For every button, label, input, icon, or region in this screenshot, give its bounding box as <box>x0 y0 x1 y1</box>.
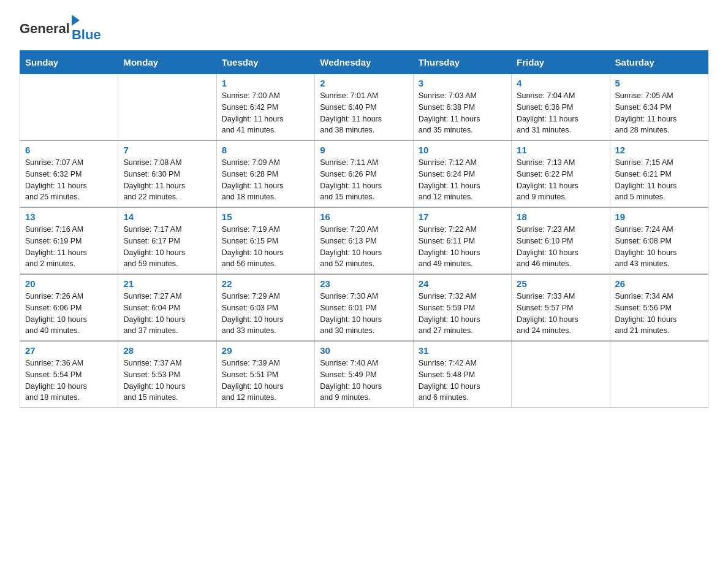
day-number: 2 <box>320 78 408 88</box>
day-info: Sunrise: 7:07 AM Sunset: 6:32 PM Dayligh… <box>25 157 113 203</box>
day-info: Sunrise: 7:00 AM Sunset: 6:42 PM Dayligh… <box>222 90 309 136</box>
day-info: Sunrise: 7:24 AM Sunset: 6:08 PM Dayligh… <box>615 224 703 270</box>
calendar-cell: 13Sunrise: 7:16 AM Sunset: 6:19 PM Dayli… <box>20 207 118 274</box>
day-info: Sunrise: 7:16 AM Sunset: 6:19 PM Dayligh… <box>25 224 113 270</box>
calendar-cell: 7Sunrise: 7:08 AM Sunset: 6:30 PM Daylig… <box>118 140 216 207</box>
calendar-week-row: 27Sunrise: 7:36 AM Sunset: 5:54 PM Dayli… <box>20 341 708 408</box>
calendar-header-wednesday: Wednesday <box>315 51 413 74</box>
day-info: Sunrise: 7:29 AM Sunset: 6:03 PM Dayligh… <box>222 291 309 337</box>
calendar-header-tuesday: Tuesday <box>216 51 314 74</box>
day-info: Sunrise: 7:11 AM Sunset: 6:26 PM Dayligh… <box>320 157 408 203</box>
calendar-week-row: 13Sunrise: 7:16 AM Sunset: 6:19 PM Dayli… <box>20 207 708 274</box>
calendar-cell: 5Sunrise: 7:05 AM Sunset: 6:34 PM Daylig… <box>610 74 708 141</box>
day-info: Sunrise: 7:20 AM Sunset: 6:13 PM Dayligh… <box>320 224 408 270</box>
calendar-cell: 19Sunrise: 7:24 AM Sunset: 6:08 PM Dayli… <box>610 207 708 274</box>
calendar-week-row: 20Sunrise: 7:26 AM Sunset: 6:06 PM Dayli… <box>20 274 708 341</box>
day-number: 27 <box>25 345 113 356</box>
calendar-cell: 16Sunrise: 7:20 AM Sunset: 6:13 PM Dayli… <box>315 207 413 274</box>
calendar-cell: 3Sunrise: 7:03 AM Sunset: 6:38 PM Daylig… <box>413 74 511 141</box>
logo-arrow-icon <box>72 15 80 26</box>
day-number: 18 <box>517 212 604 222</box>
day-number: 14 <box>123 212 211 222</box>
calendar-cell: 14Sunrise: 7:17 AM Sunset: 6:17 PM Dayli… <box>118 207 216 274</box>
day-info: Sunrise: 7:08 AM Sunset: 6:30 PM Dayligh… <box>123 157 211 203</box>
calendar-cell: 29Sunrise: 7:39 AM Sunset: 5:51 PM Dayli… <box>216 341 314 408</box>
day-info: Sunrise: 7:33 AM Sunset: 5:57 PM Dayligh… <box>517 291 604 337</box>
day-info: Sunrise: 7:23 AM Sunset: 6:10 PM Dayligh… <box>517 224 604 270</box>
day-info: Sunrise: 7:12 AM Sunset: 6:24 PM Dayligh… <box>419 157 506 203</box>
calendar-header-thursday: Thursday <box>413 51 511 74</box>
day-number: 26 <box>615 278 703 289</box>
day-info: Sunrise: 7:34 AM Sunset: 5:56 PM Dayligh… <box>615 291 703 337</box>
calendar-cell: 1Sunrise: 7:00 AM Sunset: 6:42 PM Daylig… <box>216 74 314 141</box>
logo: General Blue <box>20 15 101 43</box>
calendar-cell: 20Sunrise: 7:26 AM Sunset: 6:06 PM Dayli… <box>20 274 118 341</box>
calendar-cell <box>610 341 708 408</box>
day-number: 1 <box>222 78 309 88</box>
day-number: 11 <box>517 145 604 155</box>
day-info: Sunrise: 7:09 AM Sunset: 6:28 PM Dayligh… <box>222 157 309 203</box>
calendar-cell: 27Sunrise: 7:36 AM Sunset: 5:54 PM Dayli… <box>20 341 118 408</box>
day-info: Sunrise: 7:42 AM Sunset: 5:48 PM Dayligh… <box>419 358 506 404</box>
day-info: Sunrise: 7:36 AM Sunset: 5:54 PM Dayligh… <box>25 358 113 404</box>
calendar-cell: 24Sunrise: 7:32 AM Sunset: 5:59 PM Dayli… <box>413 274 511 341</box>
day-number: 23 <box>320 278 408 289</box>
day-number: 10 <box>419 145 506 155</box>
calendar-cell: 25Sunrise: 7:33 AM Sunset: 5:57 PM Dayli… <box>512 274 610 341</box>
day-info: Sunrise: 7:15 AM Sunset: 6:21 PM Dayligh… <box>615 157 703 203</box>
day-number: 7 <box>123 145 211 155</box>
logo-general-text: General <box>20 21 70 37</box>
calendar-table: SundayMondayTuesdayWednesdayThursdayFrid… <box>20 50 708 408</box>
day-number: 24 <box>419 278 506 289</box>
calendar-cell: 21Sunrise: 7:27 AM Sunset: 6:04 PM Dayli… <box>118 274 216 341</box>
day-info: Sunrise: 7:39 AM Sunset: 5:51 PM Dayligh… <box>222 358 309 404</box>
day-info: Sunrise: 7:04 AM Sunset: 6:36 PM Dayligh… <box>517 90 604 136</box>
day-number: 5 <box>615 78 703 88</box>
day-info: Sunrise: 7:37 AM Sunset: 5:53 PM Dayligh… <box>123 358 211 404</box>
day-number: 22 <box>222 278 309 289</box>
day-info: Sunrise: 7:27 AM Sunset: 6:04 PM Dayligh… <box>123 291 211 337</box>
day-number: 30 <box>320 345 408 356</box>
calendar-cell: 6Sunrise: 7:07 AM Sunset: 6:32 PM Daylig… <box>20 140 118 207</box>
day-info: Sunrise: 7:05 AM Sunset: 6:34 PM Dayligh… <box>615 90 703 136</box>
calendar-cell: 15Sunrise: 7:19 AM Sunset: 6:15 PM Dayli… <box>216 207 314 274</box>
calendar-cell: 17Sunrise: 7:22 AM Sunset: 6:11 PM Dayli… <box>413 207 511 274</box>
day-info: Sunrise: 7:30 AM Sunset: 6:01 PM Dayligh… <box>320 291 408 337</box>
calendar-header-friday: Friday <box>512 51 610 74</box>
day-number: 17 <box>419 212 506 222</box>
day-number: 9 <box>320 145 408 155</box>
day-number: 25 <box>517 278 604 289</box>
day-info: Sunrise: 7:03 AM Sunset: 6:38 PM Dayligh… <box>419 90 506 136</box>
day-info: Sunrise: 7:32 AM Sunset: 5:59 PM Dayligh… <box>419 291 506 337</box>
calendar-header-monday: Monday <box>118 51 216 74</box>
day-info: Sunrise: 7:17 AM Sunset: 6:17 PM Dayligh… <box>123 224 211 270</box>
calendar-cell: 8Sunrise: 7:09 AM Sunset: 6:28 PM Daylig… <box>216 140 314 207</box>
day-number: 19 <box>615 212 703 222</box>
day-info: Sunrise: 7:26 AM Sunset: 6:06 PM Dayligh… <box>25 291 113 337</box>
calendar-cell: 26Sunrise: 7:34 AM Sunset: 5:56 PM Dayli… <box>610 274 708 341</box>
day-number: 31 <box>419 345 506 356</box>
day-number: 6 <box>25 145 113 155</box>
calendar-week-row: 6Sunrise: 7:07 AM Sunset: 6:32 PM Daylig… <box>20 140 708 207</box>
day-info: Sunrise: 7:01 AM Sunset: 6:40 PM Dayligh… <box>320 90 408 136</box>
day-number: 28 <box>123 345 211 356</box>
calendar-cell: 12Sunrise: 7:15 AM Sunset: 6:21 PM Dayli… <box>610 140 708 207</box>
calendar-cell: 31Sunrise: 7:42 AM Sunset: 5:48 PM Dayli… <box>413 341 511 408</box>
logo-blue-text: Blue <box>72 27 101 43</box>
page-header: General Blue <box>20 15 708 43</box>
calendar-cell <box>118 74 216 141</box>
day-number: 4 <box>517 78 604 88</box>
day-info: Sunrise: 7:13 AM Sunset: 6:22 PM Dayligh… <box>517 157 604 203</box>
calendar-cell: 30Sunrise: 7:40 AM Sunset: 5:49 PM Dayli… <box>315 341 413 408</box>
day-number: 3 <box>419 78 506 88</box>
day-info: Sunrise: 7:40 AM Sunset: 5:49 PM Dayligh… <box>320 358 408 404</box>
day-info: Sunrise: 7:22 AM Sunset: 6:11 PM Dayligh… <box>419 224 506 270</box>
day-info: Sunrise: 7:19 AM Sunset: 6:15 PM Dayligh… <box>222 224 309 270</box>
calendar-cell: 9Sunrise: 7:11 AM Sunset: 6:26 PM Daylig… <box>315 140 413 207</box>
calendar-cell: 11Sunrise: 7:13 AM Sunset: 6:22 PM Dayli… <box>512 140 610 207</box>
calendar-header-saturday: Saturday <box>610 51 708 74</box>
calendar-cell: 2Sunrise: 7:01 AM Sunset: 6:40 PM Daylig… <box>315 74 413 141</box>
calendar-cell: 28Sunrise: 7:37 AM Sunset: 5:53 PM Dayli… <box>118 341 216 408</box>
day-number: 16 <box>320 212 408 222</box>
calendar-header-row: SundayMondayTuesdayWednesdayThursdayFrid… <box>20 51 708 74</box>
